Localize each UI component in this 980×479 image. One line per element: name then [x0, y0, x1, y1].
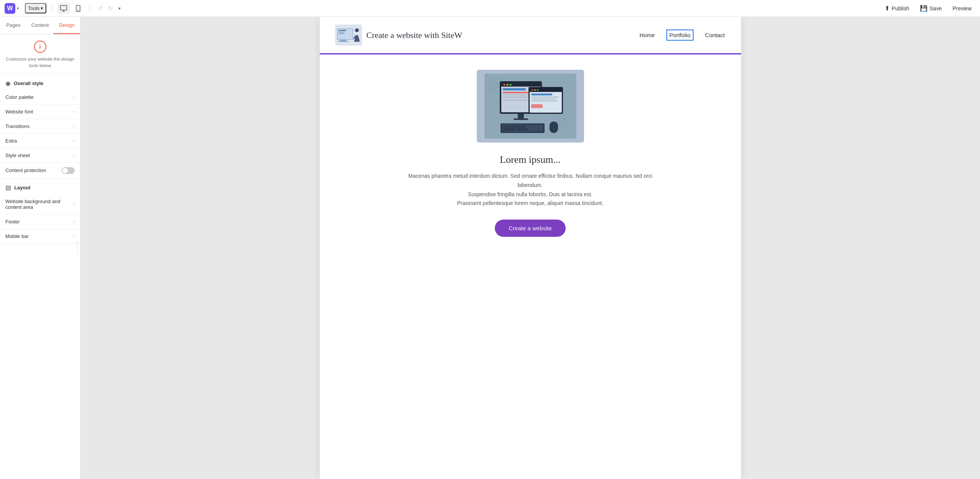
- menu-item-footer[interactable]: Footer ›: [0, 215, 80, 229]
- content-protection-row: Content protection: [0, 163, 80, 179]
- svg-rect-41: [531, 100, 558, 102]
- sidebar: Pages Content Design i Customize your we…: [0, 17, 80, 479]
- style-sheet-chevron-icon: ›: [73, 153, 75, 157]
- style-sheet-label: Style sheet: [5, 153, 30, 158]
- publish-button[interactable]: ⬆ Publish: [881, 3, 913, 14]
- canvas: Create a website with SiteW Home Portfol…: [80, 17, 980, 479]
- content-protection-label: Content protection: [5, 167, 46, 173]
- device-selector: [57, 3, 84, 14]
- svg-point-37: [537, 89, 538, 91]
- save-icon: 💾: [920, 5, 928, 12]
- menu-item-style-sheet[interactable]: Style sheet ›: [0, 148, 80, 163]
- tab-design[interactable]: Design: [53, 17, 80, 34]
- menu-item-mobile-bar[interactable]: Mobile bar ›: [0, 229, 80, 244]
- undo-redo-controls: ↺ ↻ ▾: [95, 3, 123, 13]
- extra-label: Extra: [5, 138, 17, 144]
- site-logo-image: [335, 25, 362, 46]
- svg-rect-31: [514, 118, 528, 120]
- footer-label: Footer: [5, 219, 20, 225]
- mobile-bar-label: Mobile bar: [5, 233, 29, 239]
- sidebar-content: i Customize your website the design tool…: [0, 34, 80, 479]
- svg-point-35: [532, 89, 533, 91]
- hero-description: Macenas pharetra metud interdum dictum. …: [408, 172, 653, 208]
- hero-desc-line2: Suspendise fringilla nulla lobortis. Dui…: [468, 191, 592, 197]
- svg-rect-30: [518, 114, 524, 118]
- logo-chevron-icon[interactable]: ▾: [17, 6, 19, 10]
- svg-rect-50: [522, 126, 525, 128]
- topbar-right: ⬆ Publish 💾 Save Preview: [881, 3, 975, 14]
- color-palette-label: Color palette: [5, 94, 34, 100]
- save-button[interactable]: 💾 Save: [916, 3, 946, 14]
- desktop-button[interactable]: [57, 3, 70, 14]
- redo-button[interactable]: ↻: [106, 3, 115, 13]
- tools-label: Tools: [28, 5, 39, 11]
- svg-rect-29: [503, 100, 530, 101]
- sidebar-collapse-button[interactable]: ‹: [77, 242, 80, 254]
- sidebar-tabs: Pages Content Design: [0, 17, 80, 34]
- tab-content[interactable]: Content: [27, 17, 54, 34]
- nav-home[interactable]: Home: [639, 30, 656, 40]
- website-font-label: Website font: [5, 109, 33, 115]
- topbar: W ▾ Tools ▾ ↺ ↻ ▾ ⬆ P: [0, 0, 980, 17]
- mobile-button[interactable]: [72, 3, 84, 14]
- info-box: i Customize your website the design tool…: [0, 34, 80, 74]
- undo-button[interactable]: ↺: [95, 3, 105, 13]
- hero-desc-line3: Prasesent pellentesque lorem neque, aliq…: [457, 200, 603, 206]
- svg-rect-47: [511, 126, 514, 128]
- layout-label: Layout: [14, 185, 31, 190]
- separator2: [90, 5, 90, 12]
- menu-item-transitions[interactable]: Transitions ›: [0, 119, 80, 134]
- nav-contact[interactable]: Contact: [704, 30, 726, 40]
- preview-button[interactable]: Preview: [949, 3, 975, 13]
- svg-rect-25: [503, 88, 526, 90]
- svg-point-23: [506, 84, 508, 86]
- svg-rect-44: [502, 125, 543, 132]
- svg-rect-45: [503, 126, 506, 128]
- publish-icon: ⬆: [885, 5, 890, 12]
- info-text: Customize your website the design tools …: [5, 56, 75, 69]
- menu-item-extra[interactable]: Extra ›: [0, 134, 80, 148]
- svg-rect-46: [507, 126, 510, 128]
- save-label: Save: [929, 5, 942, 11]
- nav-portfolio[interactable]: Portfolio: [667, 30, 693, 40]
- svg-rect-42: [531, 104, 543, 108]
- svg-rect-39: [531, 97, 559, 98]
- svg-point-22: [503, 84, 505, 86]
- main-layout: Pages Content Design i Customize your we…: [0, 17, 980, 479]
- content-protection-toggle[interactable]: [62, 167, 75, 174]
- svg-point-13: [355, 28, 359, 32]
- hero-image: [477, 70, 584, 143]
- website-bg-chevron-icon: ›: [73, 202, 75, 207]
- svg-rect-0: [61, 5, 67, 10]
- menu-item-website-bg[interactable]: Website background and content area ›: [0, 194, 80, 215]
- menu-item-website-font[interactable]: Website font ›: [0, 105, 80, 119]
- site-logo-area: Create a website with SiteW: [335, 25, 462, 46]
- svg-rect-49: [519, 126, 522, 128]
- svg-rect-51: [503, 128, 515, 130]
- site-hero: Lorem ipsum... Macenas pharetra metud in…: [320, 54, 741, 256]
- w-logo[interactable]: W: [5, 3, 15, 14]
- svg-rect-12: [338, 41, 348, 42]
- svg-rect-52: [516, 128, 527, 130]
- footer-chevron-icon: ›: [73, 219, 75, 224]
- transitions-chevron-icon: ›: [73, 124, 75, 128]
- svg-point-24: [509, 84, 511, 86]
- separator: [52, 5, 52, 12]
- svg-rect-8: [339, 30, 346, 31]
- transitions-label: Transitions: [5, 123, 29, 129]
- website-font-chevron-icon: ›: [73, 109, 75, 114]
- tools-button[interactable]: Tools ▾: [25, 3, 46, 13]
- svg-rect-38: [531, 94, 552, 95]
- mobile-bar-chevron-icon: ›: [73, 234, 75, 238]
- svg-rect-10: [339, 33, 345, 34]
- extra-chevron-icon: ›: [73, 138, 75, 143]
- hero-desc-line1: Macenas pharetra metud interdum dictum. …: [408, 173, 652, 188]
- history-button[interactable]: ▾: [116, 4, 123, 13]
- menu-item-color-palette[interactable]: Color palette ›: [0, 90, 80, 105]
- create-website-button[interactable]: Create a website: [495, 220, 566, 237]
- palette-icon: ◉: [5, 80, 11, 87]
- layout-header: ▤ Layout: [0, 179, 80, 194]
- logo-area: W ▾: [5, 3, 19, 14]
- tab-pages[interactable]: Pages: [0, 17, 27, 34]
- layout-icon: ▤: [5, 184, 11, 191]
